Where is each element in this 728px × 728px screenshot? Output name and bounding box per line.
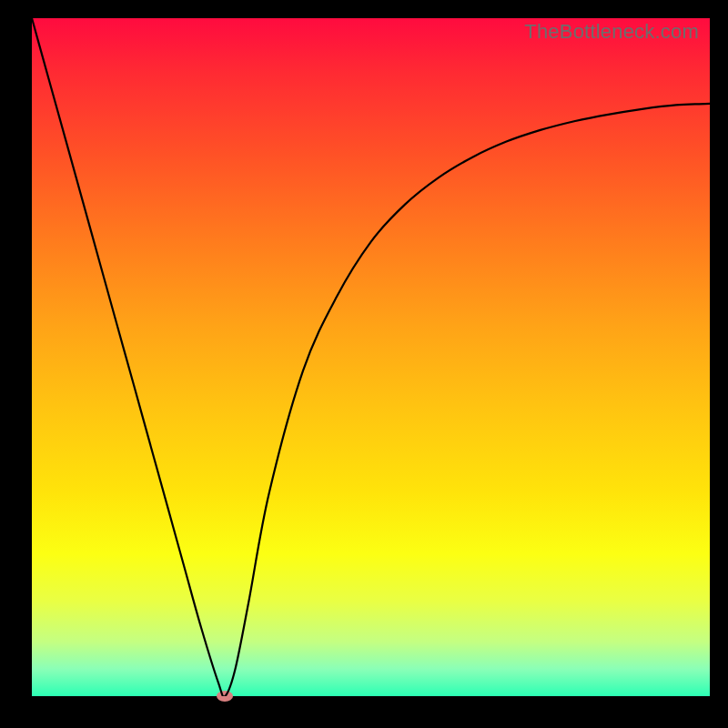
plot-area: TheBottleneck.com: [32, 18, 710, 696]
watermark-text: TheBottleneck.com: [524, 20, 699, 44]
chart-frame: TheBottleneck.com: [0, 0, 728, 728]
bottleneck-curve: [32, 18, 710, 696]
